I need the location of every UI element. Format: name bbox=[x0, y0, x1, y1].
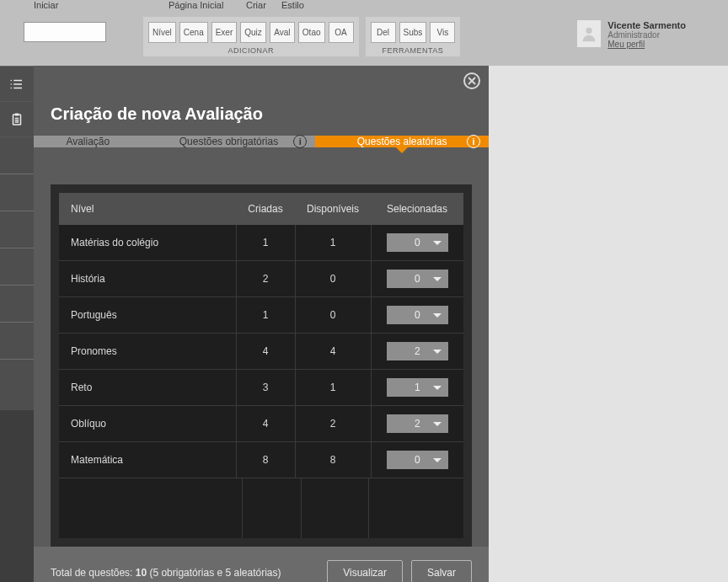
title-input[interactable] bbox=[24, 22, 106, 42]
selected-dropdown[interactable]: 2 bbox=[387, 414, 448, 433]
selected-dropdown[interactable]: 2 bbox=[387, 342, 448, 360]
modal-footer: Total de questões: 10 (5 obrigatórias e … bbox=[34, 547, 489, 582]
cell-created: 2 bbox=[236, 261, 295, 297]
chevron-down-icon bbox=[433, 350, 442, 358]
questions-table: Nível Criadas Disponíveis Selecionadas M… bbox=[51, 184, 472, 547]
cell-available: 1 bbox=[295, 370, 371, 406]
info-icon[interactable]: i bbox=[467, 135, 480, 148]
cell-created: 8 bbox=[236, 442, 295, 478]
footer-summary: Total de questões: 10 (5 obrigatórias e … bbox=[51, 567, 318, 579]
ribbon-btn-del[interactable]: Del bbox=[371, 22, 396, 43]
th-available: Disponíveis bbox=[295, 193, 371, 225]
cell-available: 4 bbox=[295, 334, 371, 370]
tab-aleatorias[interactable]: Questões aleatórias i bbox=[315, 136, 489, 147]
selected-dropdown[interactable]: 0 bbox=[387, 451, 448, 469]
svg-rect-8 bbox=[15, 113, 19, 115]
chevron-down-icon bbox=[433, 386, 442, 394]
tab-label: Questões obrigatórias bbox=[179, 136, 278, 147]
selected-dropdown[interactable]: 0 bbox=[387, 270, 448, 288]
cell-created: 4 bbox=[236, 334, 295, 370]
modal-create-evaluation: Criação de nova Avaliação Avaliação Ques… bbox=[34, 66, 489, 582]
cell-level: Matemática bbox=[59, 442, 236, 478]
sidebar-btn-clipboard[interactable] bbox=[0, 102, 34, 137]
selected-dropdown[interactable]: 0 bbox=[387, 233, 448, 252]
tab-obrigatorias[interactable]: Questões obrigatórias i bbox=[142, 136, 316, 147]
cell-available: 1 bbox=[295, 225, 371, 261]
ribbon-btn-exer[interactable]: Exer bbox=[211, 22, 238, 43]
cell-selected: 1 bbox=[371, 370, 463, 406]
tab-avaliacao[interactable]: Avaliação bbox=[34, 136, 142, 147]
tab-label: Questões aleatórias bbox=[357, 136, 447, 147]
ribbon-btn-vis[interactable]: Vis bbox=[430, 22, 455, 43]
cell-selected: 0 bbox=[371, 261, 463, 297]
sidebar-btn-list[interactable] bbox=[0, 67, 34, 102]
table-empty-area bbox=[59, 478, 463, 538]
user-box: Vicente Sarmento Administrador Meu perfi… bbox=[577, 20, 686, 49]
ribbon-btn-oa[interactable]: OA bbox=[329, 22, 354, 43]
close-icon bbox=[468, 77, 476, 85]
selected-dropdown[interactable]: 1 bbox=[387, 378, 448, 397]
cell-level: Oblíquo bbox=[59, 406, 236, 442]
selected-dropdown[interactable]: 0 bbox=[387, 306, 448, 324]
chevron-down-icon bbox=[433, 313, 442, 322]
info-icon[interactable]: i bbox=[293, 135, 307, 148]
cell-available: 8 bbox=[295, 442, 371, 478]
svg-point-0 bbox=[586, 28, 592, 34]
cell-created: 3 bbox=[236, 370, 295, 406]
ribbon-btn-cena[interactable]: Cena bbox=[179, 22, 208, 43]
table-row: Matérias do colégio110 bbox=[59, 225, 463, 261]
preview-button[interactable]: Visualizar bbox=[327, 560, 403, 582]
ribbon-btn-nivel[interactable]: Nível bbox=[148, 22, 176, 43]
user-role: Administrador bbox=[608, 30, 686, 40]
menu-criar[interactable]: Criar bbox=[246, 0, 281, 12]
person-icon bbox=[580, 23, 598, 45]
cell-available: 0 bbox=[295, 261, 371, 297]
cell-selected: 2 bbox=[371, 334, 463, 370]
chevron-down-icon bbox=[433, 277, 442, 286]
table-row: Reto311 bbox=[59, 370, 463, 406]
cell-created: 1 bbox=[236, 297, 295, 334]
modal-title: Criação de nova Avaliação bbox=[34, 66, 489, 136]
menu-iniciar[interactable]: Iniciar bbox=[34, 0, 169, 12]
cell-level: Matérias do colégio bbox=[59, 225, 236, 261]
menu-pagina-inicial[interactable]: Página Inicial bbox=[169, 0, 246, 12]
avatar bbox=[577, 20, 601, 47]
cell-selected: 0 bbox=[371, 442, 463, 478]
footer-detail: (5 obrigatórias e 5 aleatórias) bbox=[147, 567, 281, 579]
cell-available: 2 bbox=[295, 406, 371, 442]
chevron-down-icon bbox=[433, 458, 442, 467]
ribbon: Iniciar Página Inicial Criar Estilo Níve… bbox=[0, 0, 728, 66]
cell-level: Português bbox=[59, 297, 236, 334]
tabs: Avaliação Questões obrigatórias i Questõ… bbox=[34, 136, 489, 147]
ribbon-btn-quiz[interactable]: Quiz bbox=[240, 22, 266, 43]
ribbon-add-buttons: Nível Cena Exer Quiz Aval Otao OA bbox=[148, 22, 354, 43]
save-button[interactable]: Salvar bbox=[411, 560, 472, 582]
close-button[interactable] bbox=[463, 72, 480, 89]
ribbon-group-add: Nível Cena Exer Quiz Aval Otao OA ADICIO… bbox=[143, 17, 359, 56]
menu-estilo[interactable]: Estilo bbox=[281, 0, 304, 12]
cell-level: História bbox=[59, 261, 236, 297]
svg-point-5 bbox=[11, 83, 13, 85]
table-row: História200 bbox=[59, 261, 463, 297]
svg-point-4 bbox=[11, 79, 13, 81]
chevron-down-icon bbox=[433, 422, 442, 430]
ribbon-group-tools: Del Subs Vis FERRAMENTAS bbox=[366, 17, 461, 56]
ribbon-group-tools-label: FERRAMENTAS bbox=[371, 46, 456, 55]
table-row: Pronomes442 bbox=[59, 334, 463, 370]
chevron-down-icon bbox=[433, 241, 442, 249]
ribbon-btn-aval[interactable]: Aval bbox=[270, 22, 295, 43]
user-profile-link[interactable]: Meu perfil bbox=[608, 40, 686, 49]
footer-total: 10 bbox=[136, 567, 147, 579]
cell-selected: 0 bbox=[371, 225, 463, 261]
footer-prefix: Total de questões: bbox=[51, 567, 136, 579]
cell-available: 0 bbox=[295, 297, 371, 334]
cell-selected: 0 bbox=[371, 297, 463, 334]
ribbon-btn-subs[interactable]: Subs bbox=[399, 22, 427, 43]
table-row: Matemática880 bbox=[59, 442, 463, 478]
menubar: Iniciar Página Inicial Criar Estilo bbox=[0, 0, 728, 12]
ribbon-btn-otao[interactable]: Otao bbox=[298, 22, 325, 43]
table-row: Português100 bbox=[59, 297, 463, 334]
ribbon-group-add-label: ADICIONAR bbox=[148, 46, 354, 55]
list-icon bbox=[9, 77, 24, 92]
th-selected: Selecionadas bbox=[371, 193, 463, 225]
